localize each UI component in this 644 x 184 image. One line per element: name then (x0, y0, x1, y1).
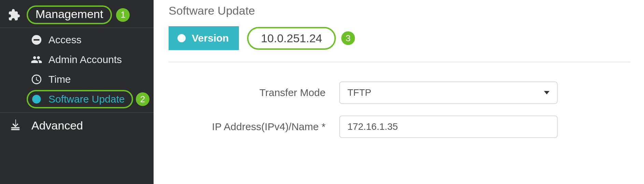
update-form: Transfer Mode TFTP IP Address(IPv4)/Name… (169, 62, 630, 138)
step-badge-2: 2 (136, 92, 149, 106)
sidebar-section-management[interactable]: Management 1 (0, 3, 154, 28)
step-badge-3: 3 (341, 31, 355, 45)
sidebar-section-advanced[interactable]: Advanced (0, 113, 154, 138)
step-badge-1: 1 (116, 8, 130, 22)
ip-address-input[interactable] (339, 116, 558, 138)
download-icon (8, 118, 23, 133)
svg-rect-1 (34, 39, 40, 41)
advanced-label: Advanced (31, 119, 83, 132)
sidebar-item-time[interactable]: Time (0, 70, 154, 89)
svg-rect-2 (11, 127, 20, 128)
transfer-mode-value: TFTP (347, 87, 371, 98)
management-label: Management (35, 7, 103, 20)
users-icon (31, 54, 42, 65)
chevron-down-icon (544, 91, 549, 94)
sidebar-item-label: Software Update (48, 93, 125, 105)
sidebar-item-label: Time (48, 74, 71, 85)
page-title: Software Update (169, 0, 630, 26)
sidebar: Management 1 Access Admin Accounts Time … (0, 0, 154, 184)
sidebar-item-admin-accounts[interactable]: Admin Accounts (0, 50, 154, 70)
download-arrow-icon (31, 93, 42, 105)
version-button-label: Version (192, 32, 229, 44)
minus-circle-icon (31, 34, 42, 46)
sidebar-item-access[interactable]: Access (0, 30, 154, 50)
transfer-mode-select[interactable]: TFTP (339, 81, 558, 104)
sidebar-subnav: Access Admin Accounts Time Software Upda… (0, 28, 154, 113)
main-content: Software Update Version 10.0.251.24 3 Tr… (154, 0, 644, 184)
transfer-mode-label: Transfer Mode (169, 87, 326, 98)
version-button[interactable]: Version (169, 26, 239, 50)
puzzle-icon (6, 8, 20, 22)
sidebar-item-software-update[interactable]: Software Update 2 (0, 89, 154, 109)
ip-address-label: IP Address(IPv4)/Name * (169, 121, 326, 133)
clock-icon (31, 74, 42, 85)
download-arrow-icon (176, 33, 187, 44)
management-highlight: Management (27, 5, 112, 24)
version-row: Version 10.0.251.24 3 (169, 26, 630, 62)
version-value: 10.0.251.24 (247, 27, 336, 50)
sidebar-item-label: Admin Accounts (48, 54, 122, 65)
sidebar-item-label: Access (48, 34, 82, 46)
